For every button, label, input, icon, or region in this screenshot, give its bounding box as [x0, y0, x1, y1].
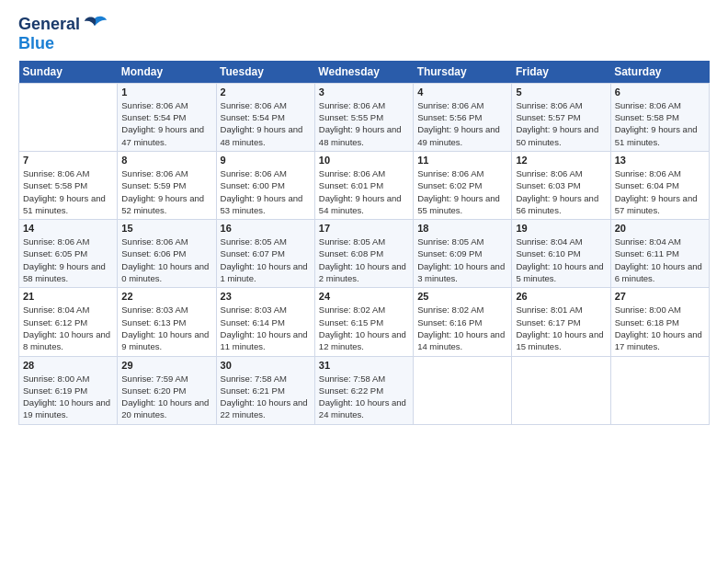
day-number: 25	[417, 291, 507, 302]
day-cell: 29Sunrise: 7:59 AMSunset: 6:20 PMDayligh…	[118, 356, 216, 424]
day-cell: 2Sunrise: 8:06 AMSunset: 5:54 PMDaylight…	[216, 83, 314, 151]
day-detail: Sunrise: 8:06 AMSunset: 6:04 PMDaylight:…	[615, 168, 698, 215]
day-cell: 28Sunrise: 8:00 AMSunset: 6:19 PMDayligh…	[19, 356, 118, 424]
day-detail: Sunrise: 8:06 AMSunset: 5:55 PMDaylight:…	[319, 100, 402, 147]
day-cell: 10Sunrise: 8:06 AMSunset: 6:01 PMDayligh…	[314, 151, 413, 219]
day-number: 5	[516, 86, 606, 98]
day-detail: Sunrise: 8:04 AMSunset: 6:12 PMDaylight:…	[23, 304, 110, 351]
day-number: 31	[319, 360, 409, 371]
page-header: General Blue	[18, 15, 710, 53]
day-cell: 20Sunrise: 8:04 AMSunset: 6:11 PMDayligh…	[610, 220, 709, 288]
day-cell: 3Sunrise: 8:06 AMSunset: 5:55 PMDaylight…	[314, 83, 413, 151]
week-row-4: 21Sunrise: 8:04 AMSunset: 6:12 PMDayligh…	[19, 288, 710, 356]
day-cell: 7Sunrise: 8:06 AMSunset: 5:58 PMDaylight…	[19, 151, 118, 219]
col-header-saturday: Saturday	[610, 61, 709, 84]
day-detail: Sunrise: 8:06 AMSunset: 5:56 PMDaylight:…	[417, 100, 500, 147]
day-number: 2	[221, 86, 311, 98]
day-detail: Sunrise: 8:05 AMSunset: 6:08 PMDaylight:…	[319, 236, 406, 283]
day-cell: 5Sunrise: 8:06 AMSunset: 5:57 PMDaylight…	[512, 83, 610, 151]
day-number: 1	[121, 86, 211, 98]
day-detail: Sunrise: 8:06 AMSunset: 6:05 PMDaylight:…	[23, 236, 106, 283]
day-cell: 1Sunrise: 8:06 AMSunset: 5:54 PMDaylight…	[118, 83, 216, 151]
logo-bird-icon	[82, 15, 108, 35]
day-cell: 24Sunrise: 8:02 AMSunset: 6:15 PMDayligh…	[314, 288, 413, 356]
day-number: 3	[319, 86, 409, 98]
col-header-wednesday: Wednesday	[314, 61, 413, 84]
day-detail: Sunrise: 7:58 AMSunset: 6:22 PMDaylight:…	[319, 373, 406, 420]
day-cell	[19, 83, 118, 151]
day-number: 6	[615, 86, 705, 98]
day-cell	[414, 356, 512, 424]
day-cell: 30Sunrise: 7:58 AMSunset: 6:21 PMDayligh…	[216, 356, 314, 424]
day-detail: Sunrise: 8:06 AMSunset: 6:02 PMDaylight:…	[417, 168, 500, 215]
day-number: 27	[615, 291, 705, 302]
day-detail: Sunrise: 8:02 AMSunset: 6:15 PMDaylight:…	[319, 304, 406, 351]
day-number: 12	[516, 155, 606, 166]
day-detail: Sunrise: 8:06 AMSunset: 5:54 PMDaylight:…	[221, 100, 303, 147]
day-cell	[512, 356, 610, 424]
day-number: 26	[516, 291, 606, 302]
day-detail: Sunrise: 8:06 AMSunset: 5:57 PMDaylight:…	[516, 100, 598, 147]
day-number: 19	[516, 223, 606, 234]
day-number: 9	[221, 155, 311, 166]
day-cell: 27Sunrise: 8:00 AMSunset: 6:18 PMDayligh…	[610, 288, 709, 356]
day-cell: 14Sunrise: 8:06 AMSunset: 6:05 PMDayligh…	[19, 220, 118, 288]
day-number: 16	[221, 223, 311, 234]
day-detail: Sunrise: 8:04 AMSunset: 6:11 PMDaylight:…	[615, 236, 702, 283]
day-cell	[610, 356, 709, 424]
day-number: 11	[417, 155, 507, 166]
day-detail: Sunrise: 8:06 AMSunset: 6:06 PMDaylight:…	[121, 236, 209, 283]
col-header-monday: Monday	[118, 61, 216, 84]
day-detail: Sunrise: 8:03 AMSunset: 6:14 PMDaylight:…	[221, 304, 308, 351]
day-number: 20	[615, 223, 705, 234]
day-cell: 31Sunrise: 7:58 AMSunset: 6:22 PMDayligh…	[314, 356, 413, 424]
day-detail: Sunrise: 8:06 AMSunset: 6:00 PMDaylight:…	[221, 168, 303, 215]
logo-blue: Blue	[18, 35, 54, 53]
day-cell: 17Sunrise: 8:05 AMSunset: 6:08 PMDayligh…	[314, 220, 413, 288]
day-number: 13	[615, 155, 705, 166]
day-detail: Sunrise: 8:06 AMSunset: 6:03 PMDaylight:…	[516, 168, 598, 215]
day-cell: 9Sunrise: 8:06 AMSunset: 6:00 PMDaylight…	[216, 151, 314, 219]
day-number: 15	[121, 223, 211, 234]
week-row-3: 14Sunrise: 8:06 AMSunset: 6:05 PMDayligh…	[19, 220, 710, 288]
day-number: 14	[23, 223, 113, 234]
day-detail: Sunrise: 8:00 AMSunset: 6:19 PMDaylight:…	[23, 373, 110, 420]
day-cell: 22Sunrise: 8:03 AMSunset: 6:13 PMDayligh…	[118, 288, 216, 356]
day-number: 22	[121, 291, 211, 302]
col-header-friday: Friday	[512, 61, 610, 84]
day-cell: 13Sunrise: 8:06 AMSunset: 6:04 PMDayligh…	[610, 151, 709, 219]
day-detail: Sunrise: 8:04 AMSunset: 6:10 PMDaylight:…	[516, 236, 603, 283]
col-header-tuesday: Tuesday	[216, 61, 314, 84]
day-detail: Sunrise: 8:05 AMSunset: 6:07 PMDaylight:…	[221, 236, 308, 283]
day-detail: Sunrise: 7:59 AMSunset: 6:20 PMDaylight:…	[121, 373, 209, 420]
day-detail: Sunrise: 8:06 AMSunset: 5:58 PMDaylight:…	[615, 100, 698, 147]
day-cell: 18Sunrise: 8:05 AMSunset: 6:09 PMDayligh…	[414, 220, 512, 288]
day-number: 23	[221, 291, 311, 302]
day-number: 24	[319, 291, 409, 302]
header-row: SundayMondayTuesdayWednesdayThursdayFrid…	[19, 61, 710, 84]
col-header-sunday: Sunday	[19, 61, 118, 84]
day-number: 30	[221, 360, 311, 371]
day-cell: 16Sunrise: 8:05 AMSunset: 6:07 PMDayligh…	[216, 220, 314, 288]
day-detail: Sunrise: 8:03 AMSunset: 6:13 PMDaylight:…	[121, 304, 209, 351]
day-number: 28	[23, 360, 113, 371]
day-cell: 23Sunrise: 8:03 AMSunset: 6:14 PMDayligh…	[216, 288, 314, 356]
day-detail: Sunrise: 8:00 AMSunset: 6:18 PMDaylight:…	[615, 304, 702, 351]
logo: General Blue	[18, 15, 108, 53]
day-detail: Sunrise: 8:06 AMSunset: 5:54 PMDaylight:…	[121, 100, 204, 147]
week-row-1: 1Sunrise: 8:06 AMSunset: 5:54 PMDaylight…	[19, 83, 710, 151]
day-detail: Sunrise: 8:05 AMSunset: 6:09 PMDaylight:…	[417, 236, 505, 283]
calendar-page: General Blue SundayMondayTuesdayWednesda…	[0, 0, 728, 434]
day-detail: Sunrise: 7:58 AMSunset: 6:21 PMDaylight:…	[221, 373, 308, 420]
col-header-thursday: Thursday	[414, 61, 512, 84]
day-number: 7	[23, 155, 113, 166]
day-number: 29	[121, 360, 211, 371]
day-cell: 4Sunrise: 8:06 AMSunset: 5:56 PMDaylight…	[414, 83, 512, 151]
day-number: 21	[23, 291, 113, 302]
day-cell: 26Sunrise: 8:01 AMSunset: 6:17 PMDayligh…	[512, 288, 610, 356]
calendar-table: SundayMondayTuesdayWednesdayThursdayFrid…	[18, 61, 710, 425]
day-cell: 25Sunrise: 8:02 AMSunset: 6:16 PMDayligh…	[414, 288, 512, 356]
day-cell: 12Sunrise: 8:06 AMSunset: 6:03 PMDayligh…	[512, 151, 610, 219]
day-detail: Sunrise: 8:06 AMSunset: 5:59 PMDaylight:…	[121, 168, 204, 215]
day-cell: 21Sunrise: 8:04 AMSunset: 6:12 PMDayligh…	[19, 288, 118, 356]
